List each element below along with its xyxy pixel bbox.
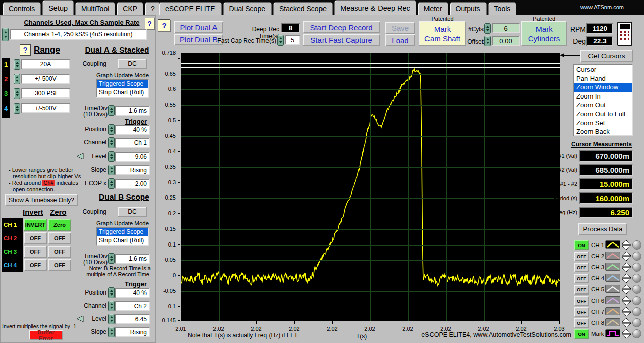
zero-button-ch-4[interactable]: OFF (48, 259, 71, 271)
invert-button-ch-4[interactable]: OFF (24, 259, 47, 271)
channel-knob[interactable] (632, 296, 641, 305)
channel-toggle-mark[interactable]: ON (574, 329, 589, 339)
channel-toggle-ch-8[interactable]: OFF (574, 318, 589, 328)
channel-knob[interactable] (632, 252, 641, 261)
scale-diamond-icon[interactable] (621, 262, 631, 272)
scope-plot[interactable] (181, 53, 560, 321)
position-b-stepper[interactable] (108, 287, 115, 298)
channel-knob[interactable] (632, 274, 641, 283)
tab-stacked-scope[interactable]: Stacked Scope (273, 2, 333, 15)
level-b-field[interactable]: 6.45 (115, 314, 150, 324)
start-fast-capture-button[interactable]: Start Fast Capture (303, 34, 380, 46)
coupling-b-button[interactable]: DC (118, 207, 147, 217)
range-1-field[interactable]: 20A (21, 59, 70, 69)
tab-meter[interactable]: Meter (418, 2, 448, 15)
invert-button-ch-3[interactable]: OFF (24, 246, 47, 258)
mark-cylinders-button[interactable]: Mark Cylinders (521, 21, 567, 46)
load-button[interactable]: Load (385, 34, 415, 46)
process-data-button[interactable]: Process Data (578, 223, 627, 235)
cyls-stepper[interactable] (484, 23, 491, 34)
cyls-field[interactable]: 6 (492, 23, 520, 33)
mark-cam-shaft-button[interactable]: Mark Cam Shaft (419, 21, 466, 46)
deep-rec-time-field[interactable]: 8 (281, 23, 300, 33)
channel-toggle-ch-2[interactable]: OFF (574, 252, 589, 261)
channel-toggle-ch-4[interactable]: OFF (574, 274, 589, 283)
channel-toggle-ch-5[interactable]: OFF (574, 285, 589, 295)
show-timebase-button[interactable]: Show A Timebase Only? (5, 194, 78, 206)
slope-a-field[interactable]: Rising (115, 165, 150, 175)
slope-a-stepper[interactable] (108, 165, 115, 175)
tab-outputs[interactable]: Outputs (450, 2, 487, 15)
coupling-a-button[interactable]: DC (118, 59, 147, 69)
cursor-line-2[interactable] (181, 63, 560, 64)
channel-knob[interactable] (632, 285, 641, 294)
tab-dual-scope[interactable]: Dual Scope (223, 2, 272, 15)
buffer-error-button[interactable]: Buffer Error (29, 330, 63, 340)
channel-knob[interactable] (632, 318, 641, 327)
position-b-field[interactable]: 40 % (115, 288, 150, 298)
help-button[interactable]: ? (145, 18, 154, 29)
menu-item-pan-hand[interactable]: Pan Hand (574, 74, 632, 83)
channel-toggle-ch-6[interactable]: OFF (574, 296, 589, 306)
offset-stepper[interactable] (484, 36, 491, 46)
scale-diamond-icon[interactable] (621, 273, 631, 283)
position-a-stepper[interactable] (108, 124, 115, 135)
gum-a-option-triggered-scope[interactable]: Triggered Scope (97, 80, 148, 88)
menu-item-zoom-out[interactable]: Zoom Out (574, 101, 632, 110)
menu-item-zoom-window[interactable]: Zoom Window (574, 83, 632, 92)
range-2-field[interactable]: +/-500V (21, 74, 70, 84)
scale-diamond-icon[interactable] (621, 318, 631, 328)
scale-diamond-icon[interactable] (621, 240, 631, 250)
channel-toggle-ch-1[interactable]: ON (574, 240, 589, 250)
fast-cap-stepper[interactable] (277, 35, 284, 46)
save-button[interactable]: Save (385, 22, 415, 34)
channel-toggle-ch-3[interactable]: OFF (574, 263, 589, 272)
scale-diamond-icon[interactable] (621, 307, 631, 317)
sample-rate-stepper[interactable] (2, 28, 9, 41)
channel-a-field[interactable]: Ch 1 (115, 138, 150, 148)
menu-item-zoom-out-to-full[interactable]: Zoom Out to Full (574, 110, 632, 119)
ecop-stepper[interactable] (108, 178, 115, 189)
tab-escope-elite[interactable]: eSCOPE ELITE (159, 2, 222, 15)
slope-b-stepper[interactable] (108, 327, 115, 337)
zero-button-ch-2[interactable]: OFF (48, 232, 71, 244)
gum-b-option-strip-chart-roll[interactable]: Strip Chart (Roll) (97, 236, 148, 245)
tab-ckp[interactable]: CKP (117, 2, 143, 15)
timediv-b-stepper[interactable] (108, 253, 115, 264)
channel-b-stepper[interactable] (108, 301, 115, 311)
plot-dual-a-button[interactable]: Plot Dual A (174, 21, 223, 33)
position-a-field[interactable]: 40 % (115, 125, 150, 135)
zero-button-ch-3[interactable]: OFF (48, 246, 71, 258)
slope-b-field[interactable]: Rising (115, 327, 150, 337)
channel-a-stepper[interactable] (108, 137, 115, 148)
timediv-a-field[interactable]: 1.6 ms (115, 106, 150, 116)
range-0-stepper[interactable] (14, 59, 20, 70)
help-button[interactable]: ? (20, 44, 31, 56)
zero-button-ch-1[interactable]: Zero (48, 219, 71, 231)
range-3-stepper[interactable] (14, 103, 20, 114)
channel-knob[interactable] (632, 240, 641, 250)
help-button[interactable]: ? (158, 19, 170, 31)
timediv-a-stepper[interactable] (108, 105, 115, 116)
menu-item-zoom-in[interactable]: Zoom In (574, 92, 632, 101)
tab-tools[interactable]: Tools (488, 2, 517, 15)
range-3-field[interactable]: 300 PSI (21, 88, 70, 99)
channel-b-field[interactable]: Ch 2 (115, 301, 150, 311)
sample-rate-field[interactable]: Channels 1-4, 250 kS/S (4uS resolution) (10, 29, 147, 40)
scale-diamond-icon[interactable] (621, 251, 631, 261)
start-deep-record-button[interactable]: Start Deep Record (303, 21, 380, 33)
level-b-stepper[interactable] (108, 314, 115, 324)
get-cursors-button[interactable]: Get Cursors (580, 50, 633, 62)
gum-a-option-strip-chart-roll[interactable]: Strip Chart (Roll) (97, 88, 148, 97)
timediv-b-field[interactable]: 1.6 ms (115, 254, 150, 264)
tab-measure-deep-rec[interactable]: Measure & Deep Rec (334, 0, 416, 15)
tab-multitool[interactable]: MultiTool (75, 2, 115, 15)
tab-controls[interactable]: Controls (3, 2, 41, 15)
channel-knob[interactable] (632, 263, 641, 272)
fast-cap-time-field[interactable]: 5 (285, 35, 300, 45)
scale-diamond-icon[interactable] (621, 296, 631, 306)
invert-button-ch-1[interactable]: INVERT (24, 219, 47, 231)
gum-b-option-triggered-scope[interactable]: Triggered Scope (97, 228, 148, 236)
level-a-stepper[interactable] (108, 151, 115, 162)
calculator-icon[interactable] (617, 22, 632, 46)
